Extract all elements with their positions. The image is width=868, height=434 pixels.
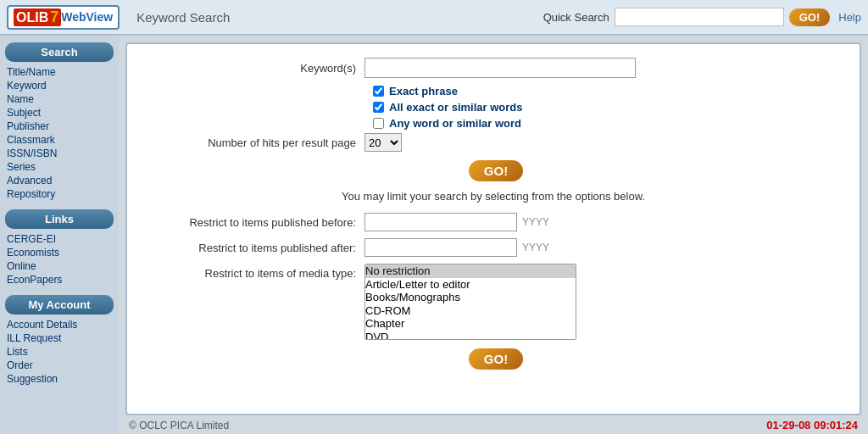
go-center-1: GO!: [144, 160, 843, 181]
sidebar: Search Title/Name Keyword Name Subject P…: [0, 36, 119, 434]
sidebar-item-series[interactable]: Series: [0, 160, 119, 174]
all-exact-label: All exact or similar words: [389, 101, 523, 114]
media-type-row: Restrict to items of media type: No rest…: [144, 264, 843, 340]
after-hint: YYYY: [522, 242, 549, 253]
any-word-row: Any word or similar word: [373, 117, 843, 130]
links-section-header: Links: [5, 209, 114, 229]
hits-row: Number of hits per result page 10 20 50 …: [144, 133, 843, 152]
sidebar-item-keyword[interactable]: Keyword: [0, 79, 119, 92]
exact-phrase-checkbox[interactable]: [373, 86, 384, 97]
logo-webview: WebView: [61, 10, 113, 24]
go-button-2[interactable]: GO!: [469, 348, 523, 370]
sidebar-item-issn-isbn[interactable]: ISSN/ISBN: [0, 147, 119, 160]
before-hint: YYYY: [522, 216, 549, 228]
logo: OLIB7 WebView: [7, 5, 120, 30]
restrict-before-row: Restrict to items published before: YYYY: [144, 213, 843, 231]
any-word-checkbox[interactable]: [373, 118, 384, 129]
search-section-header: Search: [5, 42, 114, 62]
copyright: © OCLC PICA Limited: [129, 420, 229, 431]
sidebar-item-cerge-ei[interactable]: CERGE-EI: [0, 232, 119, 246]
keyword-row: Keyword(s): [144, 58, 843, 78]
sidebar-item-repository[interactable]: Repository: [0, 187, 119, 201]
media-type-label: Restrict to items of media type:: [144, 264, 364, 280]
media-option-books: Books/Monographs: [365, 291, 576, 304]
exact-phrase-label: Exact phrase: [389, 85, 458, 97]
header-go-button[interactable]: GO!: [789, 8, 831, 26]
header: OLIB7 WebView Keyword Search Quick Searc…: [0, 0, 868, 36]
sidebar-item-suggestion[interactable]: Suggestion: [0, 372, 119, 386]
all-exact-checkbox[interactable]: [373, 102, 384, 113]
sidebar-item-publisher[interactable]: Publisher: [0, 120, 119, 133]
page-title: Keyword Search: [128, 10, 542, 25]
sidebar-item-lists[interactable]: Lists: [0, 345, 119, 359]
sidebar-item-online[interactable]: Online: [0, 259, 119, 273]
media-option-cdrom: CD-ROM: [365, 304, 576, 318]
sidebar-item-advanced[interactable]: Advanced: [0, 174, 119, 187]
quick-search-input[interactable]: [615, 8, 784, 26]
sidebar-item-economists[interactable]: Economists: [0, 246, 119, 259]
any-word-label: Any word or similar word: [389, 117, 521, 130]
media-type-select[interactable]: No restriction Article/Letter to editor …: [364, 264, 576, 340]
info-text: You may limit your search by selecting f…: [144, 190, 843, 203]
restrict-after-input[interactable]: [364, 238, 517, 257]
keyword-input[interactable]: [364, 58, 636, 78]
restrict-after-row: Restrict to items published after: YYYY: [144, 238, 843, 257]
media-option-article: Article/Letter to editor: [365, 278, 576, 292]
datetime: 01-29-08 09:01:24: [766, 419, 858, 431]
help-link[interactable]: Help: [838, 11, 861, 24]
restrict-after-label: Restrict to items published after:: [144, 242, 364, 254]
sidebar-item-name[interactable]: Name: [0, 92, 119, 106]
media-option-dvd: DVD: [365, 331, 576, 340]
go-center-2: GO!: [144, 348, 843, 370]
exact-phrase-row: Exact phrase: [373, 85, 843, 97]
sidebar-item-subject[interactable]: Subject: [0, 106, 119, 120]
main-layout: Search Title/Name Keyword Name Subject P…: [0, 36, 868, 434]
restrict-before-label: Restrict to items published before:: [144, 216, 364, 229]
content-area: Keyword(s) Exact phrase All exact or sim…: [119, 36, 868, 434]
keyword-label: Keyword(s): [144, 62, 364, 75]
hits-label: Number of hits per result page: [144, 136, 364, 149]
footer: © OCLC PICA Limited 01-29-08 09:01:24: [125, 415, 861, 431]
media-option-chapter: Chapter: [365, 317, 576, 331]
go-button-1[interactable]: GO!: [469, 160, 523, 181]
quick-search-label: Quick Search: [543, 11, 609, 24]
search-box: Keyword(s) Exact phrase All exact or sim…: [125, 42, 861, 415]
restrict-before-input[interactable]: [364, 213, 517, 231]
sidebar-item-order[interactable]: Order: [0, 359, 119, 372]
media-option-no-restriction: No restriction: [365, 264, 576, 278]
sidebar-item-econpapers[interactable]: EconPapers: [0, 273, 119, 287]
logo-olib: OLIB7: [14, 8, 61, 26]
account-section-header: My Account: [5, 295, 114, 314]
sidebar-item-account-details[interactable]: Account Details: [0, 318, 119, 331]
all-exact-row: All exact or similar words: [373, 101, 843, 114]
sidebar-item-title-name[interactable]: Title/Name: [0, 65, 119, 79]
sidebar-item-ill-request[interactable]: ILL Request: [0, 331, 119, 345]
hits-select[interactable]: 10 20 50 100: [364, 133, 402, 152]
sidebar-item-classmark[interactable]: Classmark: [0, 133, 119, 147]
